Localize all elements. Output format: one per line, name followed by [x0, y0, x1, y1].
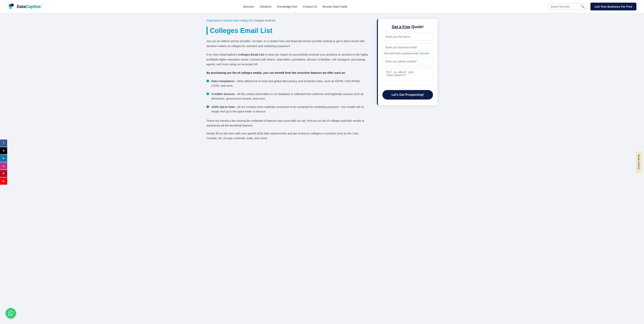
requirements-field-group	[382, 68, 433, 86]
svg-rect-2	[10, 7, 12, 9]
bullet-1	[206, 80, 209, 82]
twitter-link[interactable]: ✕	[0, 147, 7, 149]
twitter-icon: ✕	[2, 149, 5, 149]
breadcrumb-datacaptive[interactable]: DataCaptive	[206, 19, 221, 22]
breadcrumb-sep2: |	[252, 19, 254, 22]
facebook-link[interactable]: f	[0, 140, 7, 147]
full-name-input[interactable]	[382, 33, 433, 41]
nav-knowledge-hub[interactable]: Knowledge Hub	[277, 5, 297, 8]
feature-text-3: 100% Opt-In Data - All our contacts have…	[212, 105, 369, 114]
feature-heading: By purchasing our list of colleges email…	[206, 71, 369, 75]
breadcrumb: DataCaptive | Industry wise mailing list…	[206, 19, 369, 22]
page-title: Colleges Email List	[206, 27, 369, 35]
feature-bold-2: Credible Sources -	[212, 92, 236, 96]
closing-paragraph-1: These are merely a few among the multitu…	[206, 118, 369, 128]
search-box: 🔍	[548, 4, 587, 10]
header-right: 🔍 List Your Business For Free	[548, 3, 636, 11]
feature-text-2: Credible Sources - All the contact infor…	[212, 92, 369, 101]
feature-item-2: Credible Sources - All the contact infor…	[206, 92, 369, 101]
quote-form-card: Get a Free Quote! If you don't have a bu…	[377, 19, 438, 105]
content-area: DataCaptive | Industry wise mailing list…	[206, 19, 369, 144]
form-title: Get a Free Quote!	[382, 25, 433, 29]
form-title-underline: Get a Free	[392, 25, 410, 29]
bullet-3	[206, 105, 209, 108]
breadcrumb-industry[interactable]: Industry wise mailing list	[223, 19, 252, 22]
feature-item-1: Data Compliance - Strict adherence to lo…	[206, 79, 369, 88]
bullet-2	[206, 93, 209, 95]
email-hint: If you don't have a business email, clic…	[382, 52, 433, 55]
name-field-group	[382, 33, 433, 41]
feature-bold-3: 100% Opt-In Data -	[212, 105, 236, 108]
closing-paragraph-2: Simply fill out the form with your speci…	[206, 131, 369, 141]
form-title-rest: Quote!	[410, 25, 424, 29]
breadcrumb-current: Colleges email list	[254, 19, 276, 22]
social-sidebar: f ✕ in ◎ P ▶	[0, 140, 7, 149]
search-icon: 🔍	[581, 5, 584, 8]
submit-button[interactable]: Let's Get Prospecting!	[382, 90, 433, 100]
search-button[interactable]: 🔍	[581, 5, 584, 8]
intro-paragraph-1: Are you an edtech service provider, recr…	[206, 39, 369, 48]
requirements-textarea[interactable]	[382, 68, 433, 85]
colleges-email-list-bold: Colleges Email List	[238, 53, 264, 56]
nav-solutions[interactable]: Solutions	[260, 5, 272, 8]
feature-bold-1: Data Compliance -	[212, 79, 236, 83]
business-email-input[interactable]	[382, 44, 433, 51]
title-accent	[206, 27, 208, 35]
phone-field-group	[382, 58, 433, 65]
logo-icon	[8, 3, 15, 11]
main-nav: Discover Solutions Knowledge Hub Contact…	[243, 5, 347, 8]
search-input[interactable]	[550, 5, 581, 8]
logo-captive-text: Captive	[26, 4, 41, 9]
svg-rect-1	[11, 4, 14, 7]
phone-input[interactable]	[382, 58, 433, 65]
logo[interactable]: DataCaptive™	[8, 3, 42, 11]
nav-contact-us[interactable]: Contact Us	[303, 5, 317, 8]
feature-item-3: 100% Opt-In Data - All our contacts have…	[206, 105, 369, 114]
logo-tm: ™	[41, 5, 42, 7]
logo-data-text: Data	[17, 4, 26, 9]
nav-discover[interactable]: Discover	[243, 5, 254, 8]
feature-text-1: Data Compliance - Strict adherence to lo…	[212, 79, 369, 88]
main-wrapper: DataCaptive | Industry wise mailing list…	[199, 13, 445, 149]
list-business-button[interactable]: List Your Business For Free	[590, 3, 636, 11]
feature-list: Data Compliance - Strict adherence to lo…	[206, 79, 369, 114]
click-here-link[interactable]: click here	[419, 52, 429, 55]
intro-paragraph-2: If so, then DataCaptive's Colleges Email…	[206, 52, 369, 67]
email-field-group: If you don't have a business email, clic…	[382, 44, 433, 55]
nav-browse-data-cards[interactable]: Browse Data Cards	[322, 5, 347, 8]
header: DataCaptive™ Discover Solutions Knowledg…	[0, 0, 644, 13]
facebook-icon: f	[3, 141, 4, 145]
